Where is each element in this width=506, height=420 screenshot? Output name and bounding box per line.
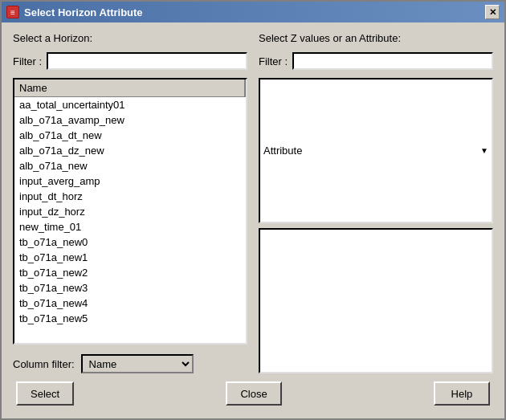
list-item[interactable]: tb_o71a_new4 bbox=[14, 296, 246, 311]
list-item[interactable]: alb_o71a_avamp_new bbox=[14, 112, 246, 128]
list-item[interactable]: tb_o71a_new1 bbox=[14, 250, 246, 265]
left-filter-row: Filter : bbox=[13, 52, 247, 70]
buttons-row: Select Close Help bbox=[13, 373, 493, 409]
left-filter-label: Filter : bbox=[13, 55, 42, 67]
list-item[interactable]: input_dt_horz bbox=[14, 189, 246, 204]
left-panel: Select a Horizon: Filter : Name aa_total… bbox=[13, 32, 247, 373]
list-item[interactable]: alb_o71a_new bbox=[14, 158, 246, 173]
help-button[interactable]: Help bbox=[434, 381, 490, 406]
column-filter-select[interactable]: Name bbox=[81, 354, 194, 373]
list-item[interactable]: aa_total_uncertainty01 bbox=[14, 97, 246, 112]
list-item[interactable]: alb_o71a_dt_new bbox=[14, 128, 246, 143]
right-list-container bbox=[259, 228, 493, 373]
close-button[interactable]: Close bbox=[226, 381, 282, 406]
list-item[interactable]: new_time_01 bbox=[14, 219, 246, 234]
left-filter-input[interactable] bbox=[47, 52, 247, 70]
content-area: Select a Horizon: Filter : Name aa_total… bbox=[2, 22, 504, 418]
window-title: Select Horizon Attribute bbox=[24, 6, 143, 18]
attribute-dropdown-label: Attribute bbox=[263, 145, 302, 157]
left-panel-title: Select a Horizon: bbox=[13, 32, 247, 44]
app-icon: ≡ bbox=[6, 6, 19, 18]
left-list-body[interactable]: aa_total_uncertainty01alb_o71a_avamp_new… bbox=[14, 97, 246, 343]
list-item[interactable]: tb_o71a_new5 bbox=[14, 311, 246, 326]
list-item[interactable]: tb_o71a_new0 bbox=[14, 234, 246, 250]
list-item[interactable]: input_averg_amp bbox=[14, 173, 246, 189]
title-bar: ≡ Select Horizon Attribute ✕ bbox=[2, 2, 504, 22]
left-list-container: Name aa_total_uncertainty01alb_o71a_avam… bbox=[13, 78, 247, 345]
right-panel-title: Select Z values or an Attribute: bbox=[259, 32, 493, 44]
window-close-button[interactable]: ✕ bbox=[485, 5, 500, 19]
select-button[interactable]: Select bbox=[16, 381, 74, 406]
right-panel: Select Z values or an Attribute: Filter … bbox=[259, 32, 493, 373]
right-filter-label: Filter : bbox=[259, 55, 288, 67]
list-item[interactable]: input_dz_horz bbox=[14, 204, 246, 219]
list-item[interactable]: tb_o71a_new2 bbox=[14, 265, 246, 280]
column-filter-row: Column filter: Name bbox=[13, 354, 247, 373]
attribute-dropdown[interactable]: Attribute ▼ bbox=[259, 78, 493, 223]
main-window: ≡ Select Horizon Attribute ✕ Select a Ho… bbox=[0, 0, 506, 420]
panels-container: Select a Horizon: Filter : Name aa_total… bbox=[13, 32, 493, 373]
list-item[interactable]: tb_o71a_new3 bbox=[14, 280, 246, 296]
left-list-header: Name bbox=[14, 80, 246, 97]
column-filter-label: Column filter: bbox=[13, 358, 75, 370]
attribute-dropdown-arrow: ▼ bbox=[480, 146, 488, 155]
right-filter-input[interactable] bbox=[292, 52, 493, 70]
right-filter-row: Filter : bbox=[259, 52, 493, 70]
title-bar-left: ≡ Select Horizon Attribute bbox=[6, 6, 143, 18]
list-item[interactable]: alb_o71a_dz_new bbox=[14, 143, 246, 158]
